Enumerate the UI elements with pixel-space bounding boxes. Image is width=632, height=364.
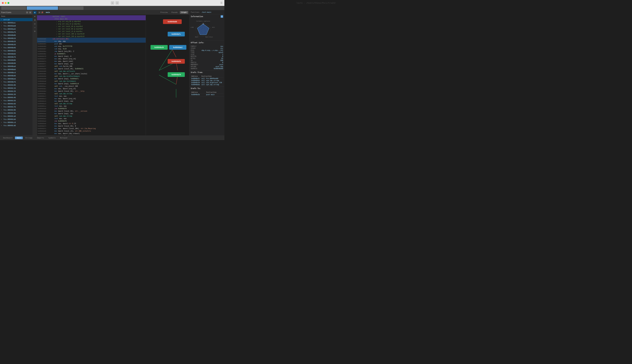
code-content[interactable]: section .text: (fcn) main 261 ; arg int … xyxy=(37,15,146,136)
code-line[interactable]: 0x08048d61 mov ebp, ebp xyxy=(37,40,146,43)
code-line[interactable]: 0x08048d89 call sym.imp.setlocale xyxy=(37,70,146,72)
func-item[interactable]: ▶fcn.08048c46 xyxy=(0,96,33,99)
code-line[interactable]: 0x08048db1 mov ebx, dword [arg_ch] xyxy=(37,88,146,90)
code-line[interactable]: 0x08048db4 mov dword [local_4h], str.__h… xyxy=(37,90,146,92)
graph-node-n5[interactable]: 0x08048dfb xyxy=(168,59,185,64)
code-line[interactable]: 0x08048da0 call sym.imp.textdomain xyxy=(37,80,146,82)
code-line[interactable]: 0x08048e05 mov eax, dword [obj.stdout] xyxy=(37,132,146,135)
func-item[interactable]: ▶fcn.08048c86 xyxy=(0,108,33,112)
close-code-icon[interactable]: ✕ xyxy=(38,11,41,14)
graph-tab[interactable]: Graph xyxy=(180,11,188,14)
graph-node-n1[interactable]: 0x08048d60 xyxy=(163,19,182,24)
menu-icon[interactable]: ☰ xyxy=(220,2,222,4)
func-item[interactable]: ▶fcn.08048bb6 xyxy=(0,68,33,71)
forward-button[interactable]: › xyxy=(115,1,119,5)
toolbar-tab-3[interactable] xyxy=(59,6,84,10)
code-line[interactable]: 0x08048d64 and esp, 0xfffffff0 xyxy=(37,45,146,48)
xref-to-row[interactable]: 0x8048e5bpush main xyxy=(191,94,223,96)
code-line[interactable]: 0x08048d67 sub esp, 0x20 xyxy=(37,48,146,50)
func-item[interactable]: ▶fcn.08048b06 xyxy=(0,34,33,37)
code-line[interactable]: ; var int local_4h @ esp+0x4 xyxy=(37,25,146,28)
minimize-button[interactable] xyxy=(5,2,7,4)
pin-code-icon[interactable]: 📌 xyxy=(41,11,43,14)
func-item[interactable]: ▶fcn.08048be6 xyxy=(0,77,33,80)
code-line[interactable]: 0x08048dac call sub.__cxa_atexit_340 xyxy=(37,85,146,88)
maximize-button[interactable] xyxy=(8,2,9,4)
func-item[interactable]: ▶fcn.08048ca6 xyxy=(0,114,33,118)
func-item[interactable]: ▶fcn.08048c36 xyxy=(0,93,33,96)
code-line[interactable]: 0x08048d63 push ebx xyxy=(37,43,146,45)
code-line[interactable]: 0x08048da5 mov dword [esp], 0x80491c0 xyxy=(37,82,146,85)
func-item[interactable]: ▶fcn.08048c56 xyxy=(0,99,33,102)
code-line[interactable]: ; arg int arg_ch @ ebp+0xc xyxy=(37,23,146,25)
func-item[interactable]: ▶fcn.08048ab8 xyxy=(0,24,33,28)
func-item[interactable]: ▶fcn.08048c06 xyxy=(0,84,33,86)
graph-icon[interactable]: ◈ xyxy=(33,15,37,18)
code-line[interactable]: ; var int local_10h @ esp+0x10 xyxy=(37,33,146,35)
toolbar-tab-1[interactable] xyxy=(1,6,26,10)
code-line[interactable]: 0x08048e00 mov dword [local_ch], str.GNU… xyxy=(37,130,146,132)
func-item[interactable]: ▶fcn.08048ad2 xyxy=(0,28,33,30)
code-line[interactable]: 0x08048df3 mov dword [local_4h], 0 xyxy=(37,125,146,127)
xrefs-to-header[interactable]: Xrefs To: xyxy=(189,86,224,90)
code-line[interactable]: 0x08048de4 jne 0x8048d70 xyxy=(37,120,146,122)
code-line[interactable]: section .text: xyxy=(37,15,146,18)
code-line[interactable]: 0x08048d7a mov eax, dword [edx] xyxy=(37,60,146,62)
code-line[interactable]: 0x08048d77 mov edx, dword [arg_ch] xyxy=(37,58,146,60)
code-line[interactable]: ; var int local_8h @ esp+0x8 xyxy=(37,28,146,30)
bottom-tab-symbols[interactable]: Symbols xyxy=(47,136,58,139)
offset-header[interactable]: Offset info: xyxy=(189,41,224,45)
code-line[interactable]: 0x08048d7f call sub.fwrite_340 xyxy=(37,65,146,68)
bottom-tab-notepad[interactable]: Notepad xyxy=(58,136,69,139)
code-line[interactable]: 0x08048d7c mov dword [esp], eax xyxy=(37,62,146,65)
xref-from-row[interactable]: 0x8048deecall sym.imp.strcmp xyxy=(191,80,223,82)
func-item[interactable]: ▶fcn.08048cb6 xyxy=(0,118,33,121)
graph-node-n6[interactable]: 0x08048d70 xyxy=(168,72,185,77)
func-item[interactable]: ▶fcn.08048b56 xyxy=(0,49,33,52)
code-line[interactable]: 0x08048dda mov dword [esp], ebx xyxy=(37,112,146,115)
code-line[interactable]: 0x08048dc1 test eax, eax xyxy=(37,95,146,98)
back-button[interactable]: ‹ xyxy=(111,1,114,5)
xref-from-row[interactable]: 0x8048ddacall sym.imp.strcmp xyxy=(191,84,223,86)
eye-icon[interactable]: ◎ xyxy=(33,22,37,25)
settings-icon[interactable]: ⚙ xyxy=(33,30,37,33)
code-line[interactable]: 0x08048d99 mov dword [esp], 0x804b67c xyxy=(37,78,146,80)
func-item[interactable]: ▶fcn.08048b66 xyxy=(0,52,33,56)
code-line[interactable]: ; arg int arg_8h @ ebp+0x8 xyxy=(37,20,146,23)
code-line[interactable]: 0x08048e10 mov dword [local_4h], str.tru… xyxy=(37,135,146,136)
func-item[interactable]: ▶fcn.08048af6 xyxy=(0,30,33,34)
code-line[interactable]: ; var int local_14h @ esp+0x14 xyxy=(37,35,146,38)
func-item[interactable]: ▶fcn.08048b96 xyxy=(0,62,33,65)
code-line[interactable]: (fcn) main 261 xyxy=(37,18,146,20)
func-item[interactable]: ▶fcn.08048ba6 xyxy=(0,65,33,68)
func-item[interactable]: ▶fcn.08048c76 xyxy=(0,105,33,108)
code-line[interactable]: 0x08048dc9 call sym.imp.strcmp xyxy=(37,102,146,105)
func-item[interactable]: ▶fcn.08048cc6 xyxy=(0,121,33,124)
bottom-tab-main[interactable]: main xyxy=(15,136,23,139)
bottom-tab-imports[interactable]: Imports xyxy=(35,136,46,139)
func-item[interactable]: ▶fcn.08048c66 xyxy=(0,102,33,105)
information-header[interactable]: Information + xyxy=(189,14,224,19)
code-line[interactable]: 0x08048d8e mov eax, dword [__usr_share_l… xyxy=(37,72,146,75)
func-item[interactable]: ▶entry0 xyxy=(0,18,33,21)
func-item[interactable]: ▶fcn.08048b76 xyxy=(0,56,33,58)
func-item[interactable]: ▶fcn.08048bd6 xyxy=(0,74,33,77)
code-line[interactable]: 0x08048d6e je 0x8048d7c xyxy=(37,52,146,55)
graph-node-n4[interactable]: 0x08048de3 xyxy=(169,45,186,50)
code-line[interactable]: 0x08048dfa mov eax, dword [local_10h], s… xyxy=(37,127,146,130)
close-button[interactable] xyxy=(2,2,4,4)
func-item[interactable]: ▶fcn.08048b46 xyxy=(0,46,33,49)
code-line[interactable]: 0x08048dbc call sym.imp.strcmp xyxy=(37,92,146,95)
info-plus-icon[interactable]: + xyxy=(221,15,223,18)
func-item[interactable]: ▶fcn.08048b36 xyxy=(0,43,33,46)
xref-from-row[interactable]: 0x8048e3dcall sub.dcgettext_f30 xyxy=(191,82,223,84)
code-line[interactable]: 0x08048d70 mov dword [esp], 0 xyxy=(37,55,146,58)
func-item[interactable]: ▶fcn.08048c16 xyxy=(0,86,33,90)
func-item[interactable]: ▶fcn.08048b86 xyxy=(0,58,33,62)
func-item[interactable]: ▶fcn.08048bf6 xyxy=(0,80,33,84)
func-item[interactable]: ▶fcn.08048b26 xyxy=(0,40,33,43)
graph-node-n2[interactable]: 0x08048d7c xyxy=(168,32,185,36)
code-line[interactable]: 0x08048de6 mov eax, dword str.8.13 xyxy=(37,122,146,125)
xrefs-from-header[interactable]: Xrefs from: xyxy=(189,70,224,74)
disasm-icon[interactable]: ≡ xyxy=(33,11,37,14)
